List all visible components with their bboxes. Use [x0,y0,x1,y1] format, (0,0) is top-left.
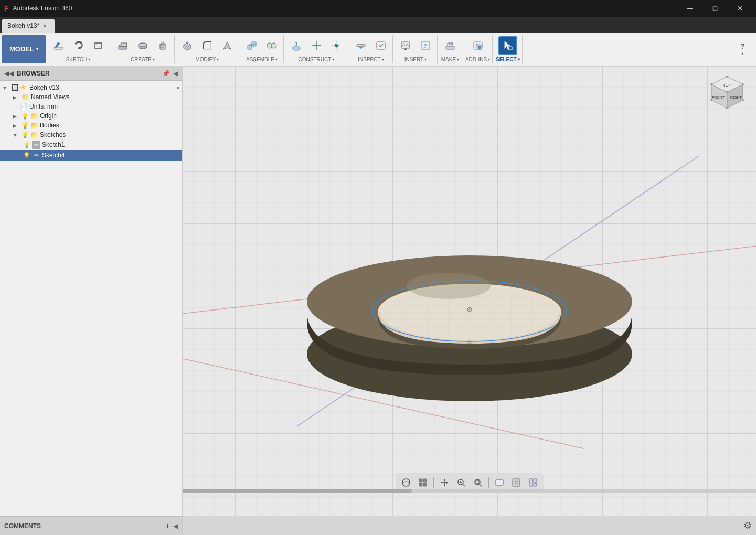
assemble-joint-button[interactable] [262,36,281,55]
svg-rect-4 [119,46,127,49]
select-tool-button[interactable] [498,36,517,55]
app-title: Autodesk Fusion 360 [13,5,678,12]
assemble-group-label[interactable]: ASSEMBLE ▾ [246,57,278,63]
toolbar-group-assemble: ASSEMBLE ▾ [240,35,284,63]
display-mode-button[interactable] [492,475,507,490]
construct-plane-button[interactable] [287,36,306,55]
inspect-group-label[interactable]: INSPECT ▾ [358,57,384,63]
svg-rect-18 [357,45,365,47]
finish-sketch-button[interactable] [69,36,88,55]
tab-bokeh[interactable]: Bokeh v13* ✕ [2,19,55,33]
help-button[interactable]: ? ▾ [733,40,752,59]
viewport[interactable]: TOP FRONT RIGHT [183,66,756,516]
svg-point-73 [742,99,744,101]
visibility-icon[interactable]: ● [176,84,180,91]
toolbar-group-select: SELECT ▾ [494,35,522,63]
comments-panel-toggle[interactable]: ◀ [173,522,178,530]
construct-point-button[interactable] [327,36,346,55]
sketch-tool-button[interactable] [49,36,68,55]
browser-pin-button[interactable]: 📌 [162,70,170,77]
insert-image-button[interactable] [396,36,415,55]
browser-panel: ◀◀ BROWSER 📌 ◀ ▼ 🔲 👁 Bokeh v13 ● ▶ 📁 Nam… [0,66,183,516]
modify-more-button[interactable] [218,36,237,55]
comments-panel: COMMENTS + ◀ [0,516,183,535]
title-bar: F Autodesk Fusion 360 ─ □ ✕ [0,0,756,17]
sketch-group-label[interactable]: SKETCH ▾ [66,57,91,63]
browser-collapse-button[interactable]: ◀◀ [4,70,14,77]
tree-label-named-views: Named Views [31,93,70,101]
tree-arrow-origin: ▶ [13,113,20,119]
tree-item-bodies[interactable]: ▶ 💡 📁 Bodies [0,121,182,130]
tab-close-icon[interactable]: ✕ [42,23,47,29]
tree-item-sketches[interactable]: ▼ 💡 📁 Sketches [0,130,182,140]
viewport-scrollbar-thumb[interactable] [183,489,412,493]
svg-rect-94 [534,479,537,482]
add-comment-button[interactable]: + [165,521,170,531]
svg-line-3 [94,43,102,48]
svg-rect-77 [419,483,422,486]
bottom-viewport-tools: ⚙ [183,516,756,535]
app-icon: F [4,4,9,13]
construct-axis-button[interactable] [307,36,326,55]
addins-group-label[interactable]: ADD-INS ▾ [465,57,490,63]
orbit-tool-button[interactable] [399,475,413,490]
tree-item-sketch1[interactable]: 💡 ✏ Sketch1 [0,140,182,150]
minimize-button[interactable]: ─ [678,0,701,17]
eye-icon-origin[interactable]: 💡 [22,113,29,120]
grid-display-button[interactable] [509,475,524,490]
eye-icon-sketch1[interactable]: 💡 [23,142,30,148]
zoom-tool-button[interactable] [454,475,468,490]
eye-icon-bodies[interactable]: 💡 [22,122,29,129]
close-button[interactable]: ✕ [729,0,752,17]
maximize-button[interactable]: □ [704,0,727,17]
model-mode-button[interactable]: MODEL ▾ [2,35,46,63]
modify-group-label[interactable]: MODIFY ▾ [196,57,219,63]
create-extrude-button[interactable] [113,36,132,55]
create-revolve-button[interactable] [133,36,152,55]
tree-label-sketch1: Sketch1 [42,141,65,148]
make-group-label[interactable]: MAKE ▾ [441,57,459,63]
modify-fillet-button[interactable] [198,36,217,55]
browser-header: ◀◀ BROWSER 📌 ◀ [0,66,182,81]
eye-icon-root[interactable]: 👁 [20,84,28,91]
svg-rect-88 [513,479,520,486]
window-controls: ─ □ ✕ [678,0,752,17]
viewport-layout-button[interactable] [526,475,540,490]
bottom-panel-row: COMMENTS + ◀ ⚙ [0,516,756,535]
pan-tool-button[interactable] [437,475,452,490]
zoom-window-button[interactable] [471,475,485,490]
svg-point-69 [742,83,744,85]
browser-panel-toggle[interactable]: ◀ [173,70,178,77]
modify-press-pull-button[interactable] [178,36,197,55]
eye-icon-sketches[interactable]: 💡 [22,132,29,138]
vp-separator-2 [488,477,489,488]
tree-item-named-views[interactable]: ▶ 📁 Named Views [0,92,182,102]
view-cube[interactable]: TOP FRONT RIGHT [704,71,751,119]
inspect-measure-button[interactable] [352,36,370,55]
tree-arrow-bodies: ▶ [13,123,20,129]
tree-item-sketch4[interactable]: 💡 ✏ Sketch4 [0,150,182,160]
svg-point-6 [139,44,147,47]
look-at-tool-button[interactable] [416,475,430,490]
construct-group-label[interactable]: CONSTRUCT ▾ [299,57,335,63]
select-group-label[interactable]: SELECT ▾ [496,57,519,63]
addins-scripts-button[interactable] [468,36,487,55]
tree-arrow-sketches: ▼ [13,132,20,138]
create-more-button[interactable] [153,36,172,55]
tree-item-origin[interactable]: ▶ 💡 📁 Origin [0,111,182,121]
create-group-label[interactable]: CREATE ▾ [131,57,155,63]
make-3d-print-button[interactable] [441,36,460,55]
tree-item-units[interactable]: 📄 Units: mm [0,102,182,111]
svg-rect-0 [54,47,63,49]
assemble-new-component-button[interactable] [242,36,261,55]
viewport-scrollbar[interactable] [183,489,756,493]
settings-icon[interactable]: ⚙ [743,520,752,531]
vp-separator-1 [433,477,434,488]
eye-icon-sketch4[interactable]: 💡 [23,152,30,159]
tree-item-root[interactable]: ▼ 🔲 👁 Bokeh v13 ● [0,83,182,92]
folder-icon-named-views: 📁 [22,93,29,101]
sketch-rectangle-button[interactable] [89,36,108,55]
insert-group-label[interactable]: INSERT ▾ [404,57,427,63]
inspect-more-button[interactable] [371,36,390,55]
insert-more-button[interactable] [416,36,435,55]
